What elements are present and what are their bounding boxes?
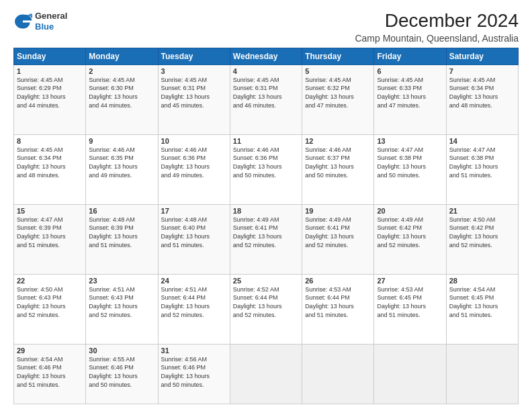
calendar-table: SundayMondayTuesdayWednesdayThursdayFrid…: [13, 48, 519, 404]
day-number: 5: [305, 67, 371, 75]
day-info: Sunrise: 4:54 AMSunset: 6:45 PMDaylight:…: [449, 285, 515, 319]
calendar-cell: 20Sunrise: 4:49 AMSunset: 6:42 PMDayligh…: [374, 204, 446, 274]
day-number: 31: [161, 347, 227, 355]
calendar-cell: 16Sunrise: 4:48 AMSunset: 6:39 PMDayligh…: [86, 204, 158, 274]
calendar-cell: 29Sunrise: 4:54 AMSunset: 6:46 PMDayligh…: [14, 344, 86, 404]
calendar-cell: 23Sunrise: 4:51 AMSunset: 6:43 PMDayligh…: [86, 274, 158, 344]
calendar-cell: 9Sunrise: 4:46 AMSunset: 6:35 PMDaylight…: [86, 134, 158, 204]
day-number: 21: [449, 207, 515, 215]
calendar-header-monday: Monday: [86, 48, 158, 64]
day-number: 22: [17, 277, 83, 285]
calendar-cell: 2Sunrise: 4:45 AMSunset: 6:30 PMDaylight…: [86, 64, 158, 134]
calendar-cell: 4Sunrise: 4:45 AMSunset: 6:31 PMDaylight…: [230, 64, 302, 134]
day-number: 12: [305, 137, 371, 145]
calendar-cell: 18Sunrise: 4:49 AMSunset: 6:41 PMDayligh…: [230, 204, 302, 274]
calendar-cell: 10Sunrise: 4:46 AMSunset: 6:36 PMDayligh…: [158, 134, 230, 204]
main-title: December 2024: [355, 11, 519, 32]
day-info: Sunrise: 4:55 AMSunset: 6:46 PMDaylight:…: [89, 355, 154, 389]
calendar-cell: 19Sunrise: 4:49 AMSunset: 6:41 PMDayligh…: [302, 204, 374, 274]
day-info: Sunrise: 4:45 AMSunset: 6:31 PMDaylight:…: [233, 76, 299, 109]
day-number: 26: [305, 277, 371, 285]
day-number: 27: [377, 277, 443, 285]
day-number: 19: [305, 207, 371, 215]
day-info: Sunrise: 4:50 AMSunset: 6:42 PMDaylight:…: [449, 216, 515, 249]
calendar-cell: 15Sunrise: 4:47 AMSunset: 6:39 PMDayligh…: [14, 204, 86, 274]
day-number: 16: [89, 207, 154, 215]
calendar-header-friday: Friday: [374, 48, 446, 64]
calendar-cell: 5Sunrise: 4:45 AMSunset: 6:32 PMDaylight…: [302, 64, 374, 134]
header: General Blue December 2024 Camp Mountain…: [13, 11, 519, 44]
day-info: Sunrise: 4:49 AMSunset: 6:41 PMDaylight:…: [233, 216, 299, 249]
day-info: Sunrise: 4:45 AMSunset: 6:32 PMDaylight:…: [305, 76, 371, 109]
day-info: Sunrise: 4:46 AMSunset: 6:35 PMDaylight:…: [89, 146, 154, 179]
calendar-header-tuesday: Tuesday: [158, 48, 230, 64]
calendar-cell: [302, 344, 374, 404]
title-section: December 2024 Camp Mountain, Queensland,…: [355, 11, 519, 44]
calendar-cell: 6Sunrise: 4:45 AMSunset: 6:33 PMDaylight…: [374, 64, 446, 134]
day-number: 2: [89, 67, 154, 75]
calendar-header-thursday: Thursday: [302, 48, 374, 64]
day-number: 10: [161, 137, 227, 145]
day-info: Sunrise: 4:45 AMSunset: 6:33 PMDaylight:…: [377, 76, 443, 109]
day-number: 29: [17, 347, 83, 355]
calendar-cell: 21Sunrise: 4:50 AMSunset: 6:42 PMDayligh…: [446, 204, 518, 274]
day-number: 13: [377, 137, 443, 145]
page: General Blue December 2024 Camp Mountain…: [0, 0, 532, 411]
calendar-cell: [446, 344, 518, 404]
day-number: 3: [161, 67, 227, 75]
calendar-cell: 1Sunrise: 4:45 AMSunset: 6:29 PMDaylight…: [14, 64, 86, 134]
calendar-cell: 27Sunrise: 4:53 AMSunset: 6:45 PMDayligh…: [374, 274, 446, 344]
calendar-header-saturday: Saturday: [446, 48, 518, 64]
calendar-cell: 30Sunrise: 4:55 AMSunset: 6:46 PMDayligh…: [86, 344, 158, 404]
calendar-cell: 22Sunrise: 4:50 AMSunset: 6:43 PMDayligh…: [14, 274, 86, 344]
day-number: 15: [17, 207, 83, 215]
calendar-cell: [230, 344, 302, 404]
calendar-cell: 31Sunrise: 4:56 AMSunset: 6:46 PMDayligh…: [158, 344, 230, 404]
calendar-cell: [374, 344, 446, 404]
calendar-cell: 28Sunrise: 4:54 AMSunset: 6:45 PMDayligh…: [446, 274, 518, 344]
day-info: Sunrise: 4:56 AMSunset: 6:46 PMDaylight:…: [161, 355, 227, 389]
day-number: 25: [233, 277, 299, 285]
calendar-week-4: 22Sunrise: 4:50 AMSunset: 6:43 PMDayligh…: [14, 274, 519, 344]
calendar-cell: 13Sunrise: 4:47 AMSunset: 6:38 PMDayligh…: [374, 134, 446, 204]
calendar-cell: 7Sunrise: 4:45 AMSunset: 6:34 PMDaylight…: [446, 64, 518, 134]
calendar-week-1: 1Sunrise: 4:45 AMSunset: 6:29 PMDaylight…: [14, 64, 519, 134]
calendar-cell: 12Sunrise: 4:46 AMSunset: 6:37 PMDayligh…: [302, 134, 374, 204]
day-info: Sunrise: 4:46 AMSunset: 6:37 PMDaylight:…: [305, 146, 371, 179]
day-number: 28: [449, 277, 515, 285]
calendar-cell: 26Sunrise: 4:53 AMSunset: 6:44 PMDayligh…: [302, 274, 374, 344]
day-info: Sunrise: 4:47 AMSunset: 6:38 PMDaylight:…: [449, 146, 515, 179]
day-number: 18: [233, 207, 299, 215]
day-info: Sunrise: 4:45 AMSunset: 6:34 PMDaylight:…: [17, 146, 83, 179]
day-number: 7: [449, 67, 515, 75]
day-number: 8: [17, 137, 83, 145]
logo-general: General: [35, 11, 67, 21]
logo-blue: Blue: [35, 21, 67, 32]
calendar-header-sunday: Sunday: [14, 48, 86, 64]
day-info: Sunrise: 4:51 AMSunset: 6:43 PMDaylight:…: [89, 285, 154, 319]
day-info: Sunrise: 4:48 AMSunset: 6:40 PMDaylight:…: [161, 216, 227, 249]
calendar-cell: 24Sunrise: 4:51 AMSunset: 6:44 PMDayligh…: [158, 274, 230, 344]
day-number: 4: [233, 67, 299, 75]
day-number: 1: [17, 67, 83, 75]
day-info: Sunrise: 4:48 AMSunset: 6:39 PMDaylight:…: [89, 216, 154, 249]
day-info: Sunrise: 4:46 AMSunset: 6:36 PMDaylight:…: [233, 146, 299, 179]
day-info: Sunrise: 4:45 AMSunset: 6:31 PMDaylight:…: [161, 76, 227, 109]
day-number: 30: [89, 347, 154, 355]
calendar-cell: 14Sunrise: 4:47 AMSunset: 6:38 PMDayligh…: [446, 134, 518, 204]
calendar-cell: 25Sunrise: 4:52 AMSunset: 6:44 PMDayligh…: [230, 274, 302, 344]
day-info: Sunrise: 4:53 AMSunset: 6:45 PMDaylight:…: [377, 285, 443, 319]
calendar-header-wednesday: Wednesday: [230, 48, 302, 64]
day-info: Sunrise: 4:46 AMSunset: 6:36 PMDaylight:…: [161, 146, 227, 179]
calendar-header-row: SundayMondayTuesdayWednesdayThursdayFrid…: [14, 48, 519, 64]
logo-text: General Blue: [35, 11, 67, 32]
day-number: 17: [161, 207, 227, 215]
day-info: Sunrise: 4:49 AMSunset: 6:42 PMDaylight:…: [377, 216, 443, 249]
calendar-cell: 8Sunrise: 4:45 AMSunset: 6:34 PMDaylight…: [14, 134, 86, 204]
day-info: Sunrise: 4:45 AMSunset: 6:29 PMDaylight:…: [17, 76, 83, 109]
day-number: 14: [449, 137, 515, 145]
calendar-cell: 17Sunrise: 4:48 AMSunset: 6:40 PMDayligh…: [158, 204, 230, 274]
calendar-week-5: 29Sunrise: 4:54 AMSunset: 6:46 PMDayligh…: [14, 344, 519, 404]
calendar-cell: 3Sunrise: 4:45 AMSunset: 6:31 PMDaylight…: [158, 64, 230, 134]
subtitle: Camp Mountain, Queensland, Australia: [355, 33, 519, 44]
